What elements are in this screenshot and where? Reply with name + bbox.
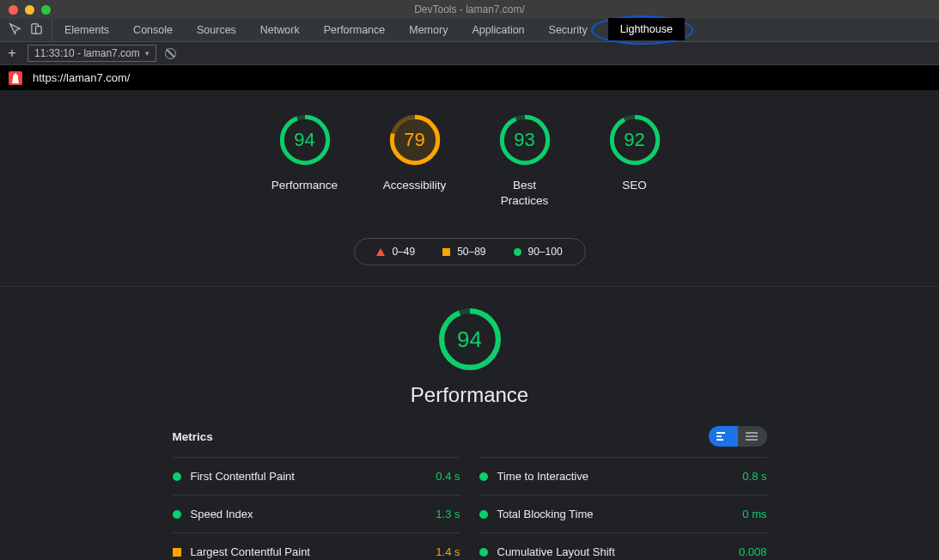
metric-row[interactable]: Cumulative Layout Shift 0.008 [479,533,767,560]
metric-name: Total Blocking Time [497,508,594,520]
report-url-bar: https://laman7.com/ [0,65,939,90]
view-expanded-icon[interactable] [738,426,767,447]
report-selector[interactable]: 11:33:10 - laman7.com [27,45,156,62]
triangle-icon [376,248,385,256]
svg-rect-15 [746,432,758,434]
gauge-performance: 94 [279,114,331,166]
tab-memory[interactable]: Memory [397,19,460,41]
metric-row[interactable]: Largest Contentful Paint 1.4 s [173,533,460,560]
inspect-icon[interactable] [9,22,21,38]
score-value: 79 [389,114,441,166]
metric-row[interactable]: Speed Index 1.3 s [173,495,460,533]
gauge-accessibility: 79 [389,114,441,166]
score-label: Accessibility [383,178,447,193]
clear-icon[interactable] [165,48,176,59]
report-url: https://laman7.com/ [33,71,130,84]
metric-name: Speed Index [191,508,253,520]
score-performance[interactable]: 94 Performance [266,114,344,209]
lighthouse-icon [9,71,22,85]
metrics-view-toggle[interactable] [709,426,767,447]
new-report-button[interactable]: + [5,46,19,61]
score-value: 94 [279,114,331,166]
score-label: Best Practices [501,178,549,209]
tab-network[interactable]: Network [248,19,312,41]
window-titlebar: DevTools - laman7.com/ [0,0,939,19]
performance-gauge-large: 94 [438,307,502,371]
annotation-circle: Lighthouse [591,15,693,45]
performance-score-value: 94 [438,307,502,371]
metric-name: Time to Interactive [497,470,588,483]
metric-name: Cumulative Layout Shift [497,545,615,558]
performance-section: 94 Performance [0,287,939,407]
zoom-window-button[interactable] [41,5,51,15]
metric-row[interactable]: Time to Interactive 0.8 s [479,457,767,495]
status-dot-icon [173,510,181,519]
metric-value: 0.8 s [742,470,766,483]
lighthouse-toolbar: + 11:33:10 - laman7.com [0,42,939,65]
metric-row[interactable]: First Contentful Paint 0.4 s [173,457,460,495]
status-dot-icon [479,510,488,519]
svg-rect-12 [716,432,725,434]
close-window-button[interactable] [9,5,18,15]
metric-value: 0 ms [742,508,766,520]
gauge-seo: 92 [609,114,661,166]
metrics-column-left: First Contentful Paint 0.4 s Speed Index… [173,457,460,560]
metric-name: First Contentful Paint [191,470,295,483]
metric-value: 0.008 [739,545,767,558]
legend-bad: 0–49 [376,246,415,258]
score-value: 92 [609,114,661,166]
svg-rect-13 [716,435,722,437]
circle-icon [514,248,521,256]
score-accessibility[interactable]: 79 Accessibility [376,114,454,209]
score-legend: 0–49 50–89 90–100 [354,238,586,265]
score-best-practices[interactable]: 93 Best Practices [486,114,564,209]
score-label: SEO [622,178,647,193]
score-label: Performance [271,178,338,193]
lighthouse-report: 94 Performance 79 Accessibility 93 Best … [0,90,939,560]
tab-application[interactable]: Application [460,19,536,41]
legend-good: 90–100 [514,246,563,258]
category-scores: 94 Performance 79 Accessibility 93 Best … [0,114,939,209]
metric-row[interactable]: Total Blocking Time 0 ms [479,495,767,533]
minimize-window-button[interactable] [25,5,34,15]
tab-console[interactable]: Console [121,19,185,41]
svg-rect-16 [746,435,758,437]
tab-sources[interactable]: Sources [185,19,248,41]
legend-mid: 50–89 [442,246,485,258]
metric-value: 0.4 s [436,470,460,483]
status-dot-icon [479,548,488,557]
metrics-block: Metrics First Contentful Paint 0.4 s Spe… [173,426,767,560]
device-toggle-icon[interactable] [30,22,43,38]
tab-performance[interactable]: Performance [312,19,398,41]
performance-title: Performance [411,383,528,407]
tab-elements[interactable]: Elements [52,19,121,41]
svg-rect-17 [746,439,758,441]
status-dot-icon [173,472,181,481]
view-condensed-icon[interactable] [709,426,738,447]
square-icon [442,248,450,256]
status-square-icon [173,548,181,557]
svg-rect-1 [36,27,42,33]
metrics-column-right: Time to Interactive 0.8 s Total Blocking… [479,457,767,560]
devtools-tabbar: Elements Console Sources Network Perform… [0,19,939,42]
score-value: 93 [499,114,551,166]
svg-rect-14 [716,439,723,441]
tab-lighthouse[interactable]: Lighthouse [608,18,685,40]
gauge-best-practices: 93 [499,114,551,166]
score-seo[interactable]: 92 SEO [596,114,674,209]
status-dot-icon [479,472,488,481]
metrics-heading: Metrics [173,430,213,443]
window-title: DevTools - laman7.com/ [414,3,525,15]
metric-value: 1.3 s [436,508,460,520]
metric-value: 1.4 s [436,545,460,558]
tab-security[interactable]: Security [537,19,600,41]
metric-name: Largest Contentful Paint [191,545,310,558]
